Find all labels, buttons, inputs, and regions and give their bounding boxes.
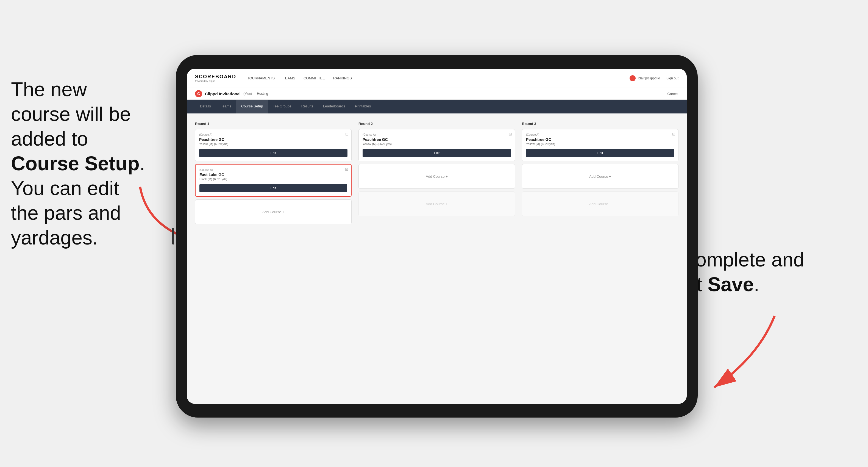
cancel-button[interactable]: Cancel	[668, 92, 679, 96]
round-1-course-a-name: Peachtree GC	[199, 137, 347, 142]
round-3-course-a-card: ⊡ (Course A) Peachtree GC Yellow (M) (66…	[522, 129, 679, 161]
round-1-course-a-details: Yellow (M) (6629 yds)	[199, 142, 347, 146]
tab-printables[interactable]: Printables	[350, 100, 376, 114]
round-3-course-a-name: Peachtree GC	[526, 137, 674, 142]
nav-rankings[interactable]: RANKINGS	[333, 75, 352, 82]
round-1-course-b-edit[interactable]: Edit	[199, 184, 347, 192]
round-3-label: Round 3	[522, 122, 679, 126]
nav-links: TOURNAMENTS TEAMS COMMITTEE RANKINGS	[247, 75, 629, 82]
tab-course-setup[interactable]: Course Setup	[236, 100, 268, 114]
round-2-course-a-close[interactable]: ⊡	[509, 132, 512, 136]
c-logo: C	[195, 90, 202, 97]
nav-right: blair@clippd.io | Sign out	[629, 75, 679, 81]
hosting-badge: Hosting	[257, 92, 268, 96]
tab-results[interactable]: Results	[297, 100, 318, 114]
round-1-add-course[interactable]: Add Course +	[195, 199, 351, 224]
round-1-course-b-card: ⊡ (Course B) East Lake GC Black (M) (689…	[195, 164, 351, 197]
tablet-frame: SCOREBOARD Powered by clippd TOURNAMENTS…	[176, 55, 698, 417]
round-1-course-b-name: East Lake GC	[199, 173, 347, 177]
logo-area: SCOREBOARD Powered by clippd	[195, 74, 236, 83]
annotation-right: Complete andhit Save.	[681, 247, 840, 297]
round-2-add-course-active[interactable]: Add Course +	[359, 164, 515, 189]
round-1-course-a-card: ⊡ (Course A) Peachtree GC Yellow (M) (66…	[195, 129, 351, 161]
round-1-course-b-close[interactable]: ⊡	[345, 167, 348, 171]
main-content: Round 1 ⊡ (Course A) Peachtree GC Yellow…	[187, 114, 687, 404]
tournament-title: Clippd Invitational	[205, 91, 241, 96]
tab-bar: Details Teams Course Setup Tee Groups Re…	[187, 100, 687, 114]
round-3-add-course-disabled: Add Course +	[522, 191, 679, 216]
round-2-course-a-edit[interactable]: Edit	[363, 149, 511, 157]
sign-out-link[interactable]: Sign out	[666, 76, 679, 80]
round-3-course-a-details: Yellow (M) (6629 yds)	[526, 142, 674, 146]
tournament-name: C Clippd Invitational (Men) Hosting	[195, 90, 268, 97]
user-avatar	[629, 75, 636, 81]
tablet-screen: SCOREBOARD Powered by clippd TOURNAMENTS…	[187, 69, 687, 404]
tab-details[interactable]: Details	[195, 100, 216, 114]
round-1-course-b-details: Black (M) (6891 yds)	[199, 178, 347, 181]
round-1-add-course-label: Add Course +	[262, 210, 284, 214]
round-2-course-a-card: ⊡ (Course A) Peachtree GC Yellow (M) (66…	[359, 129, 515, 161]
round-2-course-a-tag: (Course A)	[363, 133, 511, 136]
round-2-add-course-disabled-label: Add Course +	[426, 202, 448, 206]
tab-leaderboards[interactable]: Leaderboards	[318, 100, 350, 114]
round-1-course-a-edit[interactable]: Edit	[199, 149, 347, 157]
round-3-column: Round 3 ⊡ (Course A) Peachtree GC Yellow…	[522, 122, 679, 227]
round-1-course-b-tag: (Course B)	[199, 168, 347, 172]
tablet-side-button	[172, 228, 174, 245]
round-1-label: Round 1	[195, 122, 351, 126]
rounds-grid: Round 1 ⊡ (Course A) Peachtree GC Yellow…	[195, 122, 679, 227]
round-3-add-course-active[interactable]: Add Course +	[522, 164, 679, 189]
user-email: blair@clippd.io	[639, 76, 660, 80]
arrow-right	[698, 308, 791, 396]
round-2-add-course-active-label: Add Course +	[426, 175, 448, 179]
round-2-add-course-disabled: Add Course +	[359, 191, 515, 216]
round-3-course-a-edit[interactable]: Edit	[526, 149, 674, 157]
top-nav: SCOREBOARD Powered by clippd TOURNAMENTS…	[187, 69, 687, 88]
round-1-column: Round 1 ⊡ (Course A) Peachtree GC Yellow…	[195, 122, 351, 227]
logo-scoreboard: SCOREBOARD	[195, 74, 236, 80]
annotation-right-text: Complete andhit Save.	[681, 249, 804, 295]
annotation-left-text: The newcourse will beadded toCourse Setu…	[11, 78, 145, 249]
round-2-course-a-details: Yellow (M) (6629 yds)	[363, 142, 511, 146]
tab-teams[interactable]: Teams	[216, 100, 236, 114]
round-3-add-course-disabled-label: Add Course +	[589, 202, 611, 206]
round-2-label: Round 2	[359, 122, 515, 126]
logo-powered: Powered by clippd	[195, 80, 236, 83]
nav-teams[interactable]: TEAMS	[283, 75, 295, 82]
round-3-add-course-active-label: Add Course +	[589, 175, 611, 179]
tournament-gender: (Men)	[243, 92, 252, 96]
round-1-course-a-close[interactable]: ⊡	[345, 132, 348, 136]
round-2-course-a-name: Peachtree GC	[363, 137, 511, 142]
round-3-course-a-close[interactable]: ⊡	[672, 132, 676, 136]
round-3-course-a-tag: (Course A)	[526, 133, 674, 136]
round-2-column: Round 2 ⊡ (Course A) Peachtree GC Yellow…	[359, 122, 515, 227]
sub-header: C Clippd Invitational (Men) Hosting Canc…	[187, 88, 687, 100]
round-1-course-a-tag: (Course A)	[199, 133, 347, 136]
tab-tee-groups[interactable]: Tee Groups	[268, 100, 297, 114]
nav-committee[interactable]: COMMITTEE	[304, 75, 325, 82]
nav-tournaments[interactable]: TOURNAMENTS	[247, 75, 275, 82]
